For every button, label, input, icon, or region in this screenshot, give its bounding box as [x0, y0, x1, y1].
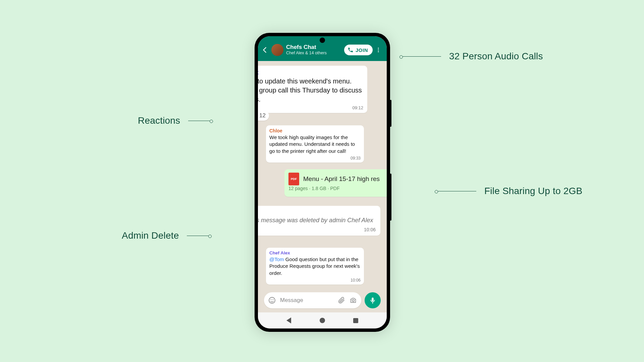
- file-meta: 12 pages · 1.8 GB · PDF: [288, 186, 340, 191]
- reaction-count: 12: [259, 112, 266, 119]
- callout-admin-delete: Admin Delete: [122, 230, 210, 241]
- emoji-icon[interactable]: [268, 296, 276, 304]
- file-name: Menu - April 15-17 high res: [303, 175, 380, 183]
- callout-file-sharing: File Sharing Up to 2GB: [436, 186, 582, 196]
- chat-subtitle: Chef Alex & 14 others: [286, 51, 341, 56]
- composer: Message: [264, 292, 381, 308]
- svg-point-6: [271, 299, 272, 300]
- message-time: 10:06: [351, 278, 361, 283]
- nav-home-icon[interactable]: [320, 318, 325, 323]
- mic-button[interactable]: [365, 292, 381, 308]
- pdf-icon: [288, 173, 299, 185]
- nav-back-icon[interactable]: [286, 317, 291, 323]
- android-nav-bar: [258, 312, 387, 328]
- camera-dot: [320, 38, 325, 43]
- message-reactions[interactable]: 👍🙏😀 12: [258, 111, 269, 121]
- svg-point-5: [269, 297, 275, 303]
- svg-point-2: [378, 51, 379, 52]
- deleted-text: This message was deleted by admin Chef A…: [258, 217, 376, 224]
- svg-point-8: [352, 300, 354, 302]
- message-text: We took high quality images for the upda…: [269, 134, 361, 155]
- message-deleted-by-admin[interactable]: Tom This message was deleted by admin Ch…: [258, 206, 380, 236]
- phone-icon: [347, 47, 354, 53]
- message-chef-alex-1[interactable]: Chef Alex Working to update this weekend…: [258, 66, 367, 113]
- message-time: 09:33: [351, 156, 361, 161]
- nav-recent-icon[interactable]: [353, 318, 358, 323]
- svg-rect-9: [372, 298, 374, 301]
- message-input[interactable]: Message: [264, 292, 361, 308]
- message-file-attachment[interactable]: Menu - April 15-17 high res 12 pages · 1…: [284, 169, 387, 197]
- svg-point-1: [378, 50, 379, 51]
- message-time: 09:12: [352, 105, 363, 110]
- svg-point-0: [378, 48, 379, 49]
- message-sender: Chloe: [269, 128, 361, 133]
- phone-screen: Chefs Chat Chef Alex & 14 others JOIN Ch…: [258, 36, 387, 328]
- message-sender: Chef Alex: [269, 250, 361, 255]
- phone-frame: Chefs Chat Chef Alex & 14 others JOIN Ch…: [255, 33, 390, 332]
- overflow-menu-icon[interactable]: [375, 46, 383, 54]
- chat-title-block[interactable]: Chefs Chat Chef Alex & 14 others: [286, 44, 341, 56]
- group-avatar[interactable]: [271, 44, 283, 56]
- callout-reactions: Reactions: [138, 115, 212, 126]
- chat-title: Chefs Chat: [286, 44, 341, 51]
- svg-point-7: [273, 299, 274, 300]
- message-time: 10:06: [364, 227, 376, 232]
- message-chef-alex-2[interactable]: Chef Alex @Tom Good question but put tha…: [266, 248, 364, 285]
- message-text: Working to update this weekend's menu. E…: [258, 77, 363, 104]
- join-label: JOIN: [356, 47, 368, 53]
- camera-icon[interactable]: [349, 297, 357, 304]
- join-call-button[interactable]: JOIN: [344, 45, 373, 55]
- message-sender: Tom: [258, 209, 376, 216]
- message-text: @Tom Good question but put that in the P…: [269, 256, 361, 277]
- message-chloe[interactable]: Chloe We took high quality images for th…: [266, 125, 364, 163]
- message-sender: Chef Alex: [258, 69, 363, 76]
- callout-audio-calls: 32 Person Audio Calls: [401, 51, 543, 62]
- attach-icon[interactable]: [338, 297, 345, 304]
- mention[interactable]: @Tom: [269, 256, 284, 262]
- message-placeholder: Message: [280, 297, 334, 304]
- back-arrow-icon[interactable]: [261, 46, 269, 54]
- chat-body: Chef Alex Working to update this weekend…: [258, 61, 387, 328]
